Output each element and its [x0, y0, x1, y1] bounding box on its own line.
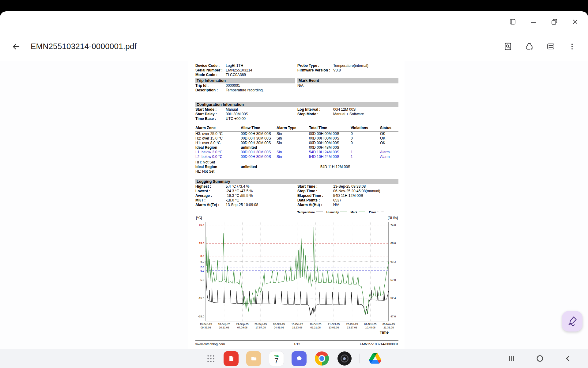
y-right-axis-label: [RH%]: [388, 216, 398, 220]
alarm-table-header: Alarm Zone Allow Time Alarm Type Total T…: [195, 126, 398, 132]
calendar-weekday: VIE: [274, 354, 279, 357]
legend-label: Humidity: [326, 210, 339, 214]
cell-violations: 0: [351, 132, 380, 136]
info-row: Firmware Version :V3.8: [297, 68, 398, 73]
find-in-document-icon[interactable]: [501, 40, 514, 53]
table-row: Ideal Regionunlimited00D 00H 48M 00S: [195, 145, 398, 150]
cell-violations: 1: [351, 155, 380, 159]
ideal-label: Ideal Region: [195, 165, 241, 169]
cell-type: [277, 145, 309, 150]
app-chrome[interactable]: [314, 351, 329, 366]
info-row: Device Code :LogEt 1TH: [195, 63, 297, 68]
footer-website: www.elitechlog.com: [195, 342, 263, 346]
column-header: Allow Time: [241, 126, 277, 130]
overflow-menu-icon[interactable]: [565, 40, 579, 53]
field-value: Temperature recording.: [226, 88, 264, 93]
cell-status: [380, 145, 398, 150]
info-row: Alarm At(Te) :13-Sep-25 10:09:08: [195, 203, 297, 207]
annotate-fab[interactable]: [562, 311, 582, 332]
mark-event-value: N/A: [297, 83, 398, 88]
back-chevron-icon: [564, 355, 572, 362]
app-camera[interactable]: [337, 351, 352, 366]
x-tick-date: 21-Oct-25: [328, 323, 340, 326]
home-button[interactable]: [534, 352, 546, 365]
info-row: Data Points :6537: [297, 198, 398, 203]
info-row: Start Mode :Manual: [195, 107, 297, 112]
x-tick-date: 05-Oct-25: [273, 323, 285, 326]
field-value: Manual: [226, 107, 238, 112]
info-row: Start Time :13-Sep-25 09:33:08: [297, 184, 398, 189]
x-tick-date: 13-Sep-25: [200, 323, 212, 326]
chat-bubble-icon: [292, 351, 307, 366]
info-row: Start Delay :00H 30M 00S: [195, 112, 297, 117]
maximize-icon[interactable]: [548, 16, 560, 28]
table-row: Ideal Region unlimited 54D 11H 12M 00S: [195, 165, 398, 169]
field-value: 6537: [333, 198, 341, 203]
field-label: Trip Id :: [195, 83, 226, 88]
app-google-drive[interactable]: [368, 351, 383, 366]
x-tick-date: 18-Sep-25: [218, 323, 230, 326]
view-options-icon[interactable]: [544, 40, 557, 53]
cell-status: Alarm: [380, 155, 398, 159]
cell-total: 54D 10H 24M 00S: [309, 155, 351, 159]
field-value: 54D 11H 12M 00S: [333, 194, 363, 198]
table-row: H3: over 25.0 °C00D 00H 30M 00SSin00D 00…: [195, 132, 398, 136]
chart-legend: TemperatureHumidityMarkError: [297, 210, 398, 214]
back-nav-button[interactable]: [562, 352, 574, 365]
save-to-drive-icon[interactable]: [522, 40, 536, 53]
app-pdf-reader[interactable]: [224, 351, 239, 366]
minimize-icon[interactable]: [527, 16, 540, 28]
legend-label: Error: [369, 210, 376, 214]
field-value: -18.3 °C /55.5 %: [226, 194, 253, 198]
table-row: HH: Not Set: [195, 160, 398, 165]
y-right-tick: 63.2: [390, 260, 396, 263]
app-messages[interactable]: [292, 351, 307, 366]
app-files[interactable]: [246, 351, 261, 366]
cell-zone: H2: over 15.0 °C: [195, 136, 241, 141]
close-icon[interactable]: [569, 16, 581, 28]
cell-violations: [351, 145, 380, 150]
app-calendar[interactable]: VIE 7: [269, 351, 284, 366]
x-tick-time: 20:21:08: [219, 326, 229, 329]
y-right-tick: 74.0: [390, 224, 396, 227]
field-label: Start Time :: [297, 184, 333, 189]
screen: EMN255103214-0000001.pdf: [0, 0, 588, 368]
cell-total: 00D 00H 00M 00S: [309, 141, 351, 145]
cell-allow: 00D 00H 30M 00S: [241, 155, 277, 159]
folder-icon: [246, 351, 261, 366]
y-left-tick: -25.0: [198, 315, 204, 318]
google-drive-icon: [369, 353, 381, 365]
field-value: 13-Sep-25 09:33:08: [333, 184, 366, 189]
y-left-tick: 5.0: [200, 260, 204, 263]
cell-total: 54D 10H 24M 00S: [309, 150, 351, 155]
cell-allow: unlimited: [241, 145, 277, 150]
field-label: Lowest :: [195, 189, 226, 194]
page-indicator: 1/12: [263, 342, 331, 346]
back-button[interactable]: [9, 40, 23, 53]
pdf-viewport[interactable]: Device Code :LogEt 1TH Serial Number :EM…: [0, 61, 588, 349]
field-value: 5.4 °C /73.4 %: [226, 184, 250, 189]
apps-grid-button[interactable]: [205, 351, 216, 366]
y-left-tick: 15.0: [199, 242, 204, 245]
x-tick-date: 01-Nov-25: [364, 323, 376, 326]
hh-row: HH: Not Set: [195, 160, 215, 165]
cell-zone: L1: below 2.0 °C: [195, 150, 241, 155]
cell-status: Alarm: [380, 150, 398, 155]
multi-window-icon[interactable]: [507, 16, 519, 28]
x-tick-time: 17:57:08: [255, 326, 266, 329]
field-label: Elapsed Time :: [297, 194, 333, 198]
x-tick-date: 10-Oct-25: [291, 323, 303, 326]
cell-allow: 00D 00H 30M 00S: [241, 132, 277, 136]
ideal-total: 54D 11H 12M 00S: [320, 165, 350, 169]
calendar-day: 7: [274, 357, 278, 365]
section-header-logging-summary: Logging Summary: [195, 179, 398, 184]
field-label: MKT :: [195, 198, 226, 203]
x-tick-time: 15:33:08: [292, 326, 303, 329]
info-row: Trip Id :0000001: [195, 83, 297, 88]
field-label: Probe Type :: [297, 63, 333, 68]
field-value: -18.0 °C: [226, 198, 239, 203]
legend-label: Temperature: [297, 210, 315, 214]
column-header: Total Time: [309, 126, 351, 130]
info-row: Log Interval :00H 12M 00S: [297, 107, 398, 112]
recents-button[interactable]: [506, 352, 518, 365]
